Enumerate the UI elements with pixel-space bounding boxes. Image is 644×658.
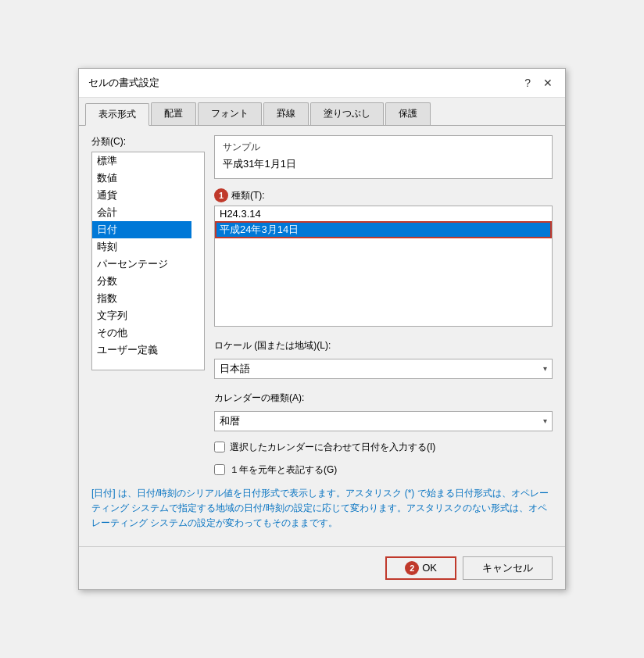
type-item-heisei[interactable]: 平成24年3月14日 — [215, 221, 552, 238]
category-listbox[interactable]: 標準 数値 通貨 会計 日付 時刻 パーセンテージ 分数 指数 文字列 その他 … — [91, 152, 205, 370]
checkbox-row-1: 選択したカレンダーに合わせて日付を入力する(I) — [214, 441, 553, 454]
title-bar: セルの書式設定 ? ✕ — [79, 69, 565, 98]
dialog-title: セルの書式設定 — [88, 76, 159, 90]
description-text: [日付] は、日付/時刻のシリアル値を日付形式で表示します。アスタリスク (*)… — [91, 486, 553, 531]
checkbox-gannen-input[interactable] — [214, 464, 225, 475]
calendar-value: 和暦 — [220, 414, 240, 428]
locale-value: 日本語 — [220, 362, 250, 376]
category-item-other[interactable]: その他 — [92, 324, 191, 342]
tab-border[interactable]: 罫線 — [263, 102, 309, 125]
type-item-h243[interactable]: H24.3.14 — [215, 206, 552, 221]
calendar-section: カレンダーの種類(A): 和暦 ▾ — [214, 388, 553, 431]
tab-content: 分類(C): 標準 数値 通貨 会計 日付 時刻 パーセンテージ 分数 指数 文… — [79, 126, 565, 541]
tab-format[interactable]: 表示形式 — [85, 103, 149, 126]
category-list-inner: 標準 数値 通貨 会計 日付 時刻 パーセンテージ 分数 指数 文字列 その他 … — [92, 152, 204, 359]
category-item-date[interactable]: 日付 — [92, 221, 191, 238]
tab-font[interactable]: フォント — [198, 102, 262, 125]
tab-align[interactable]: 配置 — [151, 102, 196, 125]
ok-badge: 2 — [405, 561, 419, 575]
checkbox-calendar-input[interactable] — [214, 442, 225, 452]
close-button[interactable]: ✕ — [540, 75, 556, 91]
category-item-text[interactable]: 文字列 — [92, 307, 191, 324]
category-item-custom[interactable]: ユーザー定義 — [92, 342, 191, 359]
type-badge: 1 — [214, 188, 228, 202]
category-item-number[interactable]: 数値 — [92, 170, 191, 187]
type-label: 1種類(T): — [214, 188, 553, 202]
sample-box: サンプル 平成31年1月1日 — [214, 135, 553, 179]
checkbox-row-2: １年を元年と表記する(G) — [214, 463, 553, 477]
category-item-fraction[interactable]: 分数 — [92, 273, 191, 290]
tab-protect[interactable]: 保護 — [385, 102, 431, 125]
locale-section: ロケール (国または地域)(L): 日本語 ▾ — [214, 336, 553, 379]
right-panel: サンプル 平成31年1月1日 1種類(T): H24.3.14 平成24年3月1… — [214, 135, 553, 477]
main-area: 分類(C): 標準 数値 通貨 会計 日付 時刻 パーセンテージ 分数 指数 文… — [91, 135, 553, 477]
checkbox-calendar-label: 選択したカレンダーに合わせて日付を入力する(I) — [230, 441, 435, 454]
cancel-button[interactable]: キャンセル — [463, 556, 553, 580]
type-section: 1種類(T): H24.3.14 平成24年3月14日 — [214, 185, 553, 327]
category-item-currency[interactable]: 通貨 — [92, 187, 191, 204]
footer: 2OK キャンセル — [79, 546, 565, 589]
left-panel: 分類(C): 標準 数値 通貨 会計 日付 時刻 パーセンテージ 分数 指数 文… — [91, 135, 205, 477]
calendar-label: カレンダーの種類(A): — [214, 392, 553, 405]
checkbox-gannen-label: １年を元年と表記する(G) — [230, 463, 337, 477]
tab-bar: 表示形式 配置 フォント 罫線 塗りつぶし 保護 — [79, 98, 565, 126]
locale-label: ロケール (国または地域)(L): — [214, 339, 553, 352]
locale-dropdown[interactable]: 日本語 ▾ — [214, 359, 553, 379]
category-item-percentage[interactable]: パーセンテージ — [92, 256, 191, 273]
sample-label: サンプル — [223, 141, 544, 154]
category-item-accounting[interactable]: 会計 — [92, 204, 191, 221]
sample-value: 平成31年1月1日 — [223, 157, 544, 171]
tab-fill[interactable]: 塗りつぶし — [310, 102, 384, 125]
format-cells-dialog: セルの書式設定 ? ✕ 表示形式 配置 フォント 罫線 塗りつぶし 保護 分類(… — [78, 68, 566, 591]
category-item-standard[interactable]: 標準 — [92, 152, 191, 170]
category-item-scientific[interactable]: 指数 — [92, 290, 191, 307]
title-icons: ? ✕ — [521, 75, 556, 91]
help-button[interactable]: ? — [521, 75, 534, 91]
calendar-arrow-icon: ▾ — [543, 417, 547, 425]
type-listbox[interactable]: H24.3.14 平成24年3月14日 — [214, 206, 553, 327]
ok-button[interactable]: 2OK — [385, 556, 456, 580]
locale-arrow-icon: ▾ — [543, 364, 547, 373]
category-item-time[interactable]: 時刻 — [92, 238, 191, 256]
category-label: 分類(C): — [91, 135, 205, 148]
calendar-dropdown[interactable]: 和暦 ▾ — [214, 411, 553, 431]
